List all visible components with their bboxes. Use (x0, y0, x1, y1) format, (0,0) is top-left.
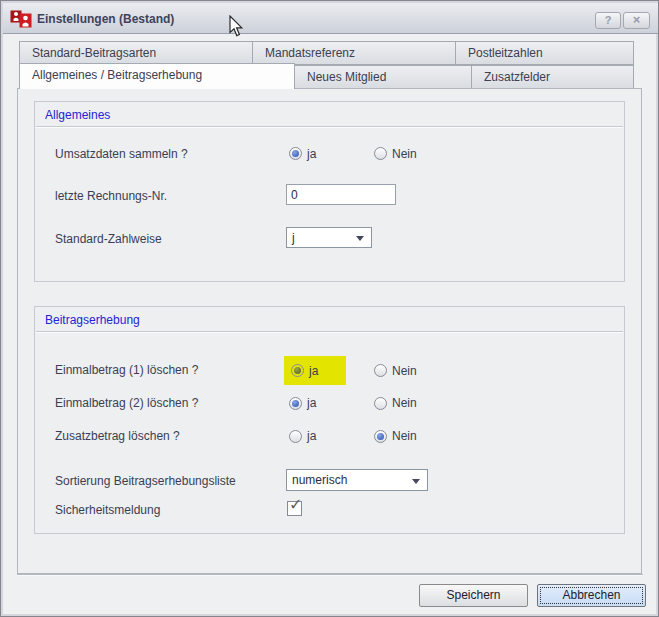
save-button[interactable]: Speichern (419, 584, 528, 607)
radio-zusatzbetrag-nein[interactable] (374, 430, 387, 443)
rechnungsnr-input[interactable] (286, 184, 396, 205)
tab-standard-beitragsarten[interactable]: Standard-Beitragsarten (19, 41, 253, 65)
label-zusatzbetrag: Zusatzbetrag löschen ? (55, 429, 180, 443)
sortierung-dropdown[interactable]: numerisch (286, 469, 428, 491)
title-bar[interactable]: Einstellungen (Bestand) ? × (3, 3, 658, 34)
label-sicherheitsmeldung: Sicherheitsmeldung (55, 503, 160, 517)
label-zahlweise: Standard-Zahlweise (55, 232, 162, 246)
radio-umsatzdaten-nein[interactable] (374, 147, 387, 160)
group-title-allgemeines: Allgemeines (35, 102, 624, 126)
tab-zusatzfelder[interactable]: Zusatzfelder (471, 65, 634, 89)
radio-einmalbetrag1-nein[interactable] (374, 364, 387, 377)
close-button[interactable]: × (623, 12, 650, 29)
radio-einmalbetrag2-ja[interactable] (289, 397, 302, 410)
check-icon: ✓ (289, 495, 302, 514)
radio-einmalbetrag1-ja[interactable] (291, 364, 304, 377)
label-rechnungsnr: letzte Rechnungs-Nr. (55, 189, 167, 203)
label-sortierung: Sortierung Beitragserhebungsliste (55, 474, 236, 488)
radio-einmalbetrag2-nein[interactable] (374, 397, 387, 410)
zahlweise-value: j (292, 231, 295, 245)
label-einmalbetrag2: Einmalbetrag (2) löschen ? (55, 396, 198, 410)
cancel-button[interactable]: Abbrechen (537, 584, 646, 607)
window-title: Einstellungen (Bestand) (37, 12, 174, 26)
groupbox-beitragserhebung: Beitragserhebung (34, 306, 625, 534)
tab-neues-mitglied[interactable]: Neues Mitglied (294, 65, 472, 89)
group-title-beitragserhebung: Beitragserhebung (35, 307, 624, 331)
zahlweise-dropdown[interactable]: j (286, 227, 372, 248)
chevron-down-icon (356, 236, 364, 241)
footer-separator (17, 574, 643, 575)
tab-mandatsreferenz[interactable]: Mandatsreferenz (252, 41, 456, 65)
radio-label-einmalbetrag2-ja[interactable]: ja (307, 396, 316, 410)
radio-label-einmalbetrag1-nein[interactable]: Nein (392, 364, 417, 378)
members-icon (10, 10, 32, 28)
radio-label-einmalbetrag2-nein[interactable]: Nein (392, 396, 417, 410)
label-einmalbetrag1: Einmalbetrag (1) löschen ? (55, 363, 198, 377)
help-button[interactable]: ? (595, 12, 621, 29)
radio-umsatzdaten-ja[interactable] (289, 147, 302, 160)
tab-postleitzahlen[interactable]: Postleitzahlen (455, 41, 634, 65)
sicherheitsmeldung-checkbox[interactable]: ✓ (287, 501, 302, 516)
radio-label-einmalbetrag1-ja[interactable]: ja (309, 364, 318, 378)
sortierung-value: numerisch (292, 473, 347, 487)
mouse-cursor (229, 15, 245, 38)
label-umsatzdaten: Umsatzdaten sammeln ? (55, 147, 188, 161)
settings-dialog: Einstellungen (Bestand) ? × Standard-Bei… (0, 0, 659, 617)
radio-label-umsatzdaten-ja[interactable]: ja (307, 147, 316, 161)
tab-allgemeines-beitragserhebung[interactable]: Allgemeines / Beitragserhebung (19, 63, 295, 89)
radio-label-zusatzbetrag-nein[interactable]: Nein (392, 429, 417, 443)
group-separator (36, 126, 623, 128)
radio-label-umsatzdaten-nein[interactable]: Nein (392, 147, 417, 161)
chevron-down-icon (412, 479, 420, 484)
radio-zusatzbetrag-ja[interactable] (289, 430, 302, 443)
group-separator (36, 331, 623, 333)
radio-label-zusatzbetrag-ja[interactable]: ja (307, 429, 316, 443)
